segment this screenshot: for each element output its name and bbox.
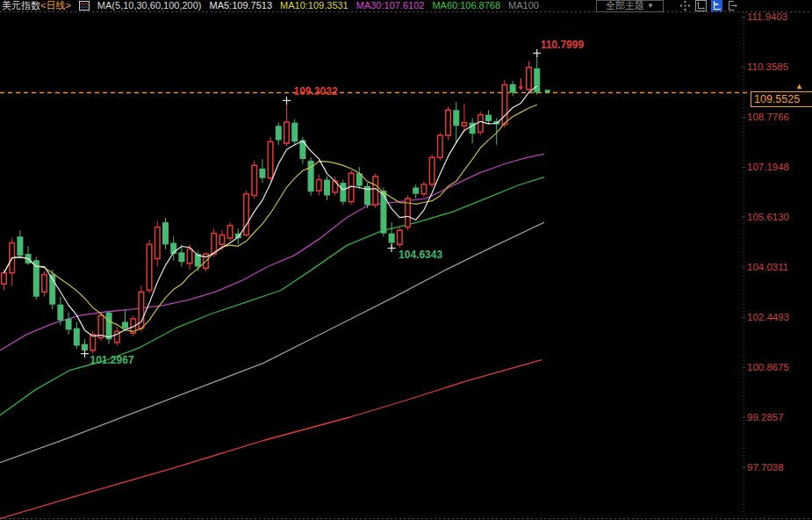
ma100-label: MA100 xyxy=(508,0,539,11)
candle-down xyxy=(106,313,112,340)
candle-up xyxy=(429,157,435,184)
ma-params-label: MA(5,10,30,60,100,200) xyxy=(97,0,202,11)
candle-up xyxy=(527,68,532,90)
candle-up xyxy=(268,141,273,177)
axis-fit-icon[interactable] xyxy=(695,0,707,11)
candle-down xyxy=(162,222,169,244)
candle-up xyxy=(98,315,104,337)
candle-down xyxy=(324,180,330,196)
mini-chart-icon[interactable] xyxy=(79,1,90,11)
candle-up xyxy=(446,110,451,135)
candle-down xyxy=(413,188,419,194)
candle-down xyxy=(510,84,516,93)
candle-up xyxy=(317,180,322,191)
period-label: <日线> xyxy=(40,0,71,11)
ma200-line xyxy=(0,360,542,519)
candle-up xyxy=(502,85,507,125)
candle-up xyxy=(212,234,217,254)
candle-down xyxy=(17,236,23,256)
candle-down xyxy=(389,234,395,243)
instrument-title: 美元指数<日线> xyxy=(0,0,71,11)
latest-close-tick xyxy=(545,90,550,92)
candle-up xyxy=(252,165,257,195)
candle-down xyxy=(453,110,459,126)
candle-down xyxy=(534,69,540,93)
ma100-line xyxy=(0,222,544,463)
candle-up xyxy=(155,228,161,259)
candle-up xyxy=(2,273,7,285)
candle-down xyxy=(340,183,346,202)
candle-down xyxy=(291,123,298,142)
candle-down xyxy=(57,305,63,321)
candle-down xyxy=(259,169,265,178)
chart-mode-icon[interactable] xyxy=(711,0,722,11)
candle-up xyxy=(244,194,249,235)
candle-up xyxy=(462,123,467,126)
exit-icon[interactable] xyxy=(727,0,738,11)
toolbar-right: 全部主题 ▼ xyxy=(596,0,738,12)
ma30-value: MA30:107.6102 xyxy=(356,0,425,11)
ma10-value: MA10:109.3531 xyxy=(280,0,349,11)
candle-up xyxy=(373,177,378,205)
ma5-value: MA5:109.7513 xyxy=(210,0,273,11)
candle-up xyxy=(219,235,225,245)
candle-down xyxy=(74,329,80,346)
candle-up xyxy=(284,122,290,143)
ma60-line xyxy=(0,177,544,415)
candle-up xyxy=(438,135,443,157)
candle-down xyxy=(66,319,72,330)
ma30-line xyxy=(0,154,544,350)
candle-up xyxy=(187,249,192,264)
chevron-down-icon: ▼ xyxy=(647,1,654,11)
candle-up xyxy=(147,244,152,290)
ma60-value: MA60:106.8768 xyxy=(432,0,500,11)
kline-app: 美元指数<日线> MA(5,10,30,60,100,200) MA5:109.… xyxy=(0,0,812,520)
theme-dropdown-button[interactable]: 全部主题 ▼ xyxy=(596,0,664,12)
candle-down xyxy=(82,344,88,350)
candle-up xyxy=(227,226,233,238)
candle-up xyxy=(398,230,403,244)
candle-down xyxy=(276,126,282,140)
candle-up xyxy=(90,335,96,350)
candle-down xyxy=(485,115,492,121)
candle-up xyxy=(421,184,427,194)
instrument-name: 美元指数 xyxy=(2,0,40,11)
candle-down xyxy=(178,252,184,262)
toolbar: 美元指数<日线> MA(5,10,30,60,100,200) MA5:109.… xyxy=(0,0,812,11)
theme-dropdown-label: 全部主题 xyxy=(606,1,644,11)
candle-down xyxy=(122,322,128,329)
sell-arrow-icon xyxy=(518,87,523,90)
candle-up xyxy=(42,275,47,292)
candle-up xyxy=(478,115,484,133)
candle-down xyxy=(380,191,386,234)
move-icon[interactable] xyxy=(679,0,691,11)
price-chart[interactable] xyxy=(0,0,812,520)
